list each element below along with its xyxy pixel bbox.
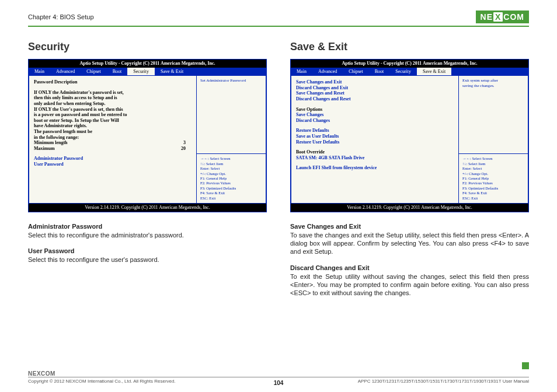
max-length-row: Maximum 20 bbox=[34, 146, 186, 152]
user-pw-body: Select this to reconfigure the user's pa… bbox=[28, 256, 267, 264]
password-desc-heading: Password Description bbox=[34, 79, 192, 85]
tab-boot[interactable]: Boot bbox=[369, 68, 390, 76]
tab-advanced[interactable]: Advanced bbox=[312, 68, 343, 76]
bios-tabs: Main Advanced Chipset Boot Security Save… bbox=[29, 68, 266, 76]
bios-header: Aptio Setup Utility - Copyright (C) 2011… bbox=[291, 60, 528, 68]
tab-main[interactable]: Main bbox=[29, 68, 50, 76]
bios-version: Version 2.14.1219. Copyright (C) 2011 Am… bbox=[29, 204, 266, 212]
discard-changes-item[interactable]: Discard Changes bbox=[296, 118, 454, 124]
bios-help-keys: →←: Select Screen ↑↓: Select Item Enter:… bbox=[196, 154, 266, 204]
tab-main[interactable]: Main bbox=[291, 68, 312, 76]
tab-advanced[interactable]: Advanced bbox=[50, 68, 81, 76]
bios-header: Aptio Setup Utility - Copyright (C) 2011… bbox=[29, 60, 266, 68]
save-reset-item[interactable]: Save Changes and Reset bbox=[296, 90, 454, 96]
page-number: 104 bbox=[274, 380, 284, 386]
chapter-title: Chapter 4: BIOS Setup bbox=[28, 13, 94, 20]
discard-exit-item[interactable]: Discard Changes and Exit bbox=[296, 85, 454, 91]
admin-pw-heading: Administrator Password bbox=[28, 223, 267, 230]
security-column: Security Aptio Setup Utility - Copyright… bbox=[28, 41, 267, 298]
save-exit-item[interactable]: Save Changes and Exit bbox=[296, 79, 454, 85]
brand-logo: NEXCOM bbox=[476, 10, 529, 23]
bios-help-top: Exit systm setup after saving the change… bbox=[458, 75, 528, 154]
page-header: Chapter 4: BIOS Setup NEXCOM bbox=[28, 10, 529, 27]
bios-tabs: Main Advanced Chipset Boot Security Save… bbox=[291, 68, 528, 76]
save-changes-heading: Save Changes and Exit bbox=[290, 223, 529, 230]
tab-boot[interactable]: Boot bbox=[107, 68, 128, 76]
save-exit-title: Save & Exit bbox=[290, 41, 529, 53]
bios-body-left: Save Changes and Exit Discard Changes an… bbox=[291, 75, 458, 204]
boot-device-item[interactable]: SATA SM: 4GB SATA Flash Drive bbox=[296, 155, 454, 161]
boot-override-label: Boot Override bbox=[296, 149, 454, 155]
bios-help-keys: →←: Select Screen ↑↓: Select Item Enter:… bbox=[458, 154, 528, 204]
tab-save-exit[interactable]: Save & Exit bbox=[417, 68, 451, 76]
tab-save-exit[interactable]: Save & Exit bbox=[155, 68, 189, 76]
discard-changes-body: To exit the Setup utility without saving… bbox=[290, 272, 529, 298]
discard-reset-item[interactable]: Discard Changes and Reset bbox=[296, 96, 454, 102]
bios-body-left: Password Description If ONLY the Adminis… bbox=[29, 75, 196, 204]
bios-panel-save-exit: Aptio Setup Utility - Copyright (C) 2011… bbox=[290, 59, 529, 212]
save-options-label: Save Options bbox=[296, 107, 454, 113]
product-name: APPC 1230T/1231T/1235T/1530T/1531T/1730T… bbox=[358, 379, 529, 384]
admin-password-item[interactable]: Administrator Password bbox=[34, 156, 192, 162]
user-pw-heading: User Password bbox=[28, 247, 267, 254]
bios-help-top: Set Administrator Password bbox=[196, 75, 266, 154]
user-password-item[interactable]: User Password bbox=[34, 162, 192, 167]
copyright-text: Copyright © 2012 NEXCOM International Co… bbox=[28, 379, 176, 384]
tab-security[interactable]: Security bbox=[389, 68, 417, 76]
save-exit-column: Save & Exit Aptio Setup Utility - Copyri… bbox=[290, 41, 529, 298]
tab-chipset[interactable]: Chipset bbox=[81, 68, 106, 76]
save-user-defaults-item[interactable]: Save as User Defaults bbox=[296, 134, 454, 139]
launch-efi-item[interactable]: Launch EFI Shell from filesystem device bbox=[296, 165, 454, 171]
footer-logo: NEXCOM bbox=[28, 370, 529, 377]
page-footer: NEXCOM Copyright © 2012 NEXCOM Internati… bbox=[28, 370, 529, 384]
admin-pw-body: Select this to reconfigure the administr… bbox=[28, 231, 267, 239]
restore-defaults-item[interactable]: Restore Defaults bbox=[296, 128, 454, 134]
min-length-row: Minimum length 3 bbox=[34, 140, 186, 146]
bios-panel-security: Aptio Setup Utility - Copyright (C) 2011… bbox=[28, 59, 267, 212]
bios-version: Version 2.14.1219. Copyright (C) 2011 Am… bbox=[291, 204, 528, 212]
discard-changes-heading: Discard Changes and Exit bbox=[290, 264, 529, 271]
save-changes-item[interactable]: Save Changes bbox=[296, 112, 454, 118]
save-changes-body: To save the changes and exit the Setup u… bbox=[290, 231, 529, 256]
tab-chipset[interactable]: Chipset bbox=[343, 68, 368, 76]
main-content: Security Aptio Setup Utility - Copyright… bbox=[28, 41, 529, 298]
footer-accent-icon bbox=[522, 362, 529, 369]
tab-security[interactable]: Security bbox=[127, 68, 155, 76]
security-title: Security bbox=[28, 41, 267, 53]
restore-user-defaults-item[interactable]: Restore User Defaults bbox=[296, 139, 454, 145]
